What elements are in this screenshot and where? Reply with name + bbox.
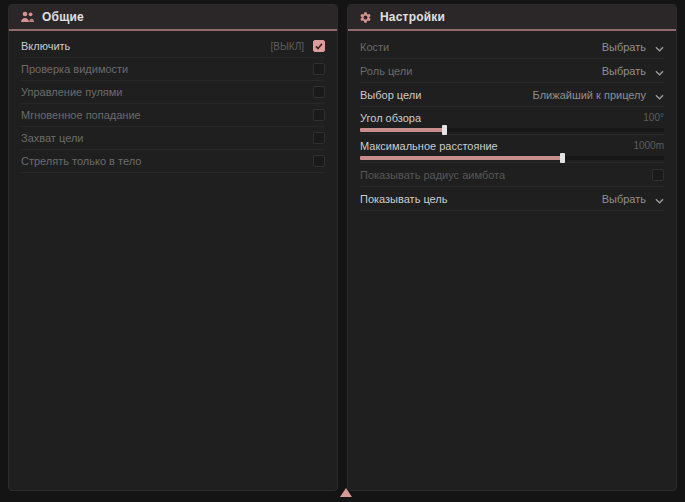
checkbox-row: Стрелять только в тело	[21, 150, 325, 173]
checkbox-group	[313, 63, 325, 75]
checkbox[interactable]	[313, 155, 325, 167]
slider-row: Угол обзора100°	[360, 107, 664, 135]
slider-handle[interactable]	[442, 125, 447, 135]
select-row: Роль целиВыбрать	[360, 59, 664, 83]
checkbox-row: Мгновенное попадание	[21, 104, 325, 127]
checkbox-row: Включить[ВЫКЛ]	[21, 35, 325, 58]
dropdown-value: Выбрать	[602, 41, 646, 53]
row-label: Проверка видимости	[21, 63, 128, 75]
panel-general-rows: Включить[ВЫКЛ]Проверка видимостиУправлен…	[9, 31, 337, 173]
dropdown[interactable]: Выбрать	[602, 190, 664, 208]
chevron-down-icon	[655, 190, 664, 208]
chevron-down-icon	[655, 38, 664, 56]
panel-general-header: Общие	[9, 5, 337, 31]
slider-label: Максимальное расстояние	[360, 140, 498, 152]
row-label: Управление пулями	[21, 86, 123, 98]
row-label: Выбор цели	[360, 89, 421, 101]
slider-row: Максимальное расстояние1000m	[360, 135, 664, 163]
slider-row-top: Угол обзора100°	[360, 110, 664, 125]
checkbox-group	[313, 86, 325, 98]
checkbox-row: Управление пулями	[21, 81, 325, 104]
dropdown-value: Ближайший к прицелу	[533, 89, 646, 101]
row-label: Стрелять только в тело	[21, 155, 141, 167]
keybind-label: [ВЫКЛ]	[271, 41, 304, 52]
checkbox-row: Показывать радиус аимбота	[360, 163, 664, 187]
dropdown-value: Выбрать	[602, 193, 646, 205]
row-label: Показывать радиус аимбота	[360, 169, 505, 181]
row-label: Включить	[21, 40, 70, 52]
gear-icon	[359, 11, 372, 24]
slider-fill	[360, 156, 562, 160]
checkbox[interactable]	[313, 109, 325, 121]
checkbox-group	[313, 155, 325, 167]
slider-handle[interactable]	[560, 153, 565, 163]
panel-settings: Настройки КостиВыбратьРоль целиВыбратьВы…	[347, 4, 677, 491]
checkbox[interactable]	[652, 169, 664, 181]
select-row: Выбор целиБлижайший к прицелу	[360, 83, 664, 107]
checkbox-group: [ВЫКЛ]	[271, 40, 325, 52]
chevron-down-icon	[655, 62, 664, 80]
checkbox-row: Захват цели	[21, 127, 325, 150]
panel-title: Общие	[42, 10, 84, 24]
dropdown-value: Выбрать	[602, 65, 646, 77]
slider-fill	[360, 128, 444, 132]
checkbox-group	[652, 169, 664, 181]
checkbox-group	[313, 132, 325, 144]
dropdown[interactable]: Выбрать	[602, 62, 664, 80]
row-label: Кости	[360, 41, 389, 53]
row-label: Мгновенное попадание	[21, 109, 141, 121]
checkbox[interactable]	[313, 63, 325, 75]
dropdown[interactable]: Ближайший к прицелу	[533, 86, 664, 104]
row-label: Захват цели	[21, 132, 83, 144]
slider-label: Угол обзора	[360, 112, 421, 124]
checkbox[interactable]	[313, 132, 325, 144]
chevron-down-icon	[655, 86, 664, 104]
slider-value: 1000m	[633, 140, 664, 151]
people-icon	[20, 11, 34, 23]
panel-title: Настройки	[380, 10, 445, 24]
checkbox[interactable]	[313, 40, 325, 52]
slider-row-top: Максимальное расстояние1000m	[360, 138, 664, 153]
select-row: КостиВыбрать	[360, 35, 664, 59]
row-label: Показывать цель	[360, 193, 448, 205]
panel-general: Общие Включить[ВЫКЛ]Проверка видимостиУп…	[8, 4, 338, 491]
row-label: Роль цели	[360, 65, 412, 77]
checkbox-row: Проверка видимости	[21, 58, 325, 81]
panel-settings-rows: КостиВыбратьРоль целиВыбратьВыбор целиБл…	[348, 31, 676, 211]
slider-value: 100°	[643, 112, 664, 123]
panel-settings-header: Настройки	[348, 5, 676, 31]
checkbox[interactable]	[313, 86, 325, 98]
dropdown[interactable]: Выбрать	[602, 38, 664, 56]
checkbox-group	[313, 109, 325, 121]
slider-track[interactable]	[360, 156, 664, 160]
slider-track[interactable]	[360, 128, 664, 132]
cursor-triangle-icon	[340, 488, 352, 497]
select-row: Показывать цельВыбрать	[360, 187, 664, 211]
